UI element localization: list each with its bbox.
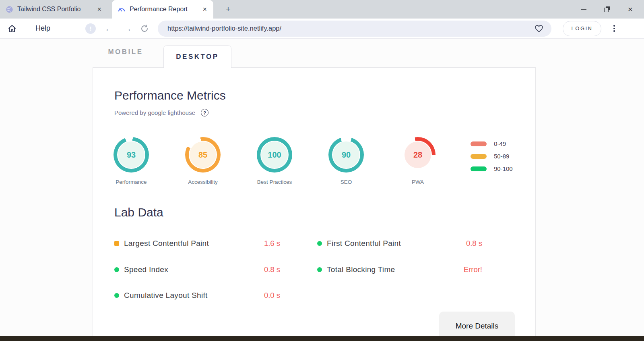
metrics-section-title: Performance Metrics [114,89,226,102]
gauge-value: 100 [268,150,281,160]
forward-button[interactable]: → [122,23,133,34]
lab-metric-row: Total Blocking TimeError! [317,257,482,283]
gauge-ring: 28 [400,137,436,173]
close-icon[interactable]: × [202,5,208,14]
gauge-icon [118,6,126,13]
help-menu[interactable]: Help [35,24,50,33]
page-content: MOBILE DESKTOP Performance Metrics Power… [0,39,644,341]
lab-metric-label: Total Blocking Time [327,265,464,274]
gauge-label: Performance [116,179,147,185]
gauge-value: 85 [198,150,207,160]
screen-bottom-strip [0,336,644,341]
gauge-seo: 90SEO [324,137,368,185]
legend-label: 90-100 [494,165,513,172]
legend-color-pill [471,166,487,171]
gauge-row: 93Performance85Accessibility100Best Prac… [109,137,440,185]
green-dot-bullet-icon [317,267,322,272]
orange-square-bullet-icon [114,241,119,246]
minimize-button[interactable] [580,5,588,13]
back-button[interactable]: ← [104,23,114,34]
green-dot-bullet-icon [114,267,119,272]
tab-mobile[interactable]: MOBILE [100,48,151,56]
tab-title: Tailwind CSS Portfolio [17,6,92,13]
legend-label: 50-89 [494,153,509,160]
lab-metric-value: Error! [464,265,482,274]
lab-data-grid: Largest Contentful Paint1.6 sSpeed Index… [114,231,482,309]
lab-data-section-title: Lab Data [114,206,163,219]
lab-metric-value: 0.8 s [264,265,280,274]
browser-tab-performance-report[interactable]: Performance Report × [112,0,213,19]
gauge-ring: 93 [114,137,149,173]
login-button[interactable]: LOGIN [563,21,601,36]
gauge-performance: 93Performance [109,137,153,185]
lab-metric-row: Cumulative Layout Shift0.0 s [114,283,280,309]
window-controls: × [580,0,644,19]
metrics-subtitle: Powered by google lighthouse [114,109,195,116]
gauge-ring: 90 [328,137,364,173]
green-dot-bullet-icon [317,241,322,246]
reload-button[interactable] [139,23,150,34]
lab-metric-label: Cumulative Layout Shift [124,291,264,300]
report-card: Performance Metrics Powered by google li… [93,67,536,341]
site-info-icon[interactable]: ! [85,23,96,34]
gauge-label: Accessibility [188,179,218,185]
legend-color-pill [471,154,487,159]
favorite-button[interactable] [534,23,544,34]
help-tooltip-icon[interactable]: ? [201,109,208,116]
browser-tab-portfolio[interactable]: Tailwind CSS Portfolio × [0,0,108,19]
legend-row: 90-100 [471,165,513,172]
address-bar[interactable]: https://tailwind-portfolio-site.netlify.… [158,21,551,37]
lab-metric-value: 0.8 s [466,239,482,248]
url-text[interactable]: https://tailwind-portfolio-site.netlify.… [167,25,534,32]
gauge-accessibility: 85Accessibility [181,137,225,185]
lab-metric-value: 1.6 s [264,239,280,248]
lab-metric-label: Largest Contentful Paint [124,239,264,248]
tab-desktop[interactable]: DESKTOP [163,45,231,68]
legend-row: 0-49 [471,140,513,147]
lab-metric-label: First Contentful Paint [327,239,466,248]
new-tab-button[interactable]: + [223,4,233,15]
reload-icon [140,24,149,33]
legend-label: 0-49 [494,140,506,147]
legend-row: 50-89 [471,153,513,160]
home-icon [7,24,17,33]
lab-metric-row: Largest Contentful Paint1.6 s [114,231,280,257]
lab-metric-value: 0.0 s [264,291,280,300]
gauge-value: 93 [127,150,136,160]
gauge-label: Best Practices [257,179,292,185]
toolbar-divider [73,22,73,35]
legend-color-pill [471,141,487,146]
close-window-button[interactable]: × [626,5,634,13]
heart-icon [534,24,544,33]
gauge-value: 28 [413,150,422,160]
gauge-value: 90 [342,150,351,160]
lab-metric-row: First Contentful Paint0.8 s [317,231,482,257]
green-dot-bullet-icon [114,293,119,298]
gauge-label: PWA [412,179,424,185]
maximize-restore-button[interactable] [603,5,611,13]
browser-menu-button[interactable] [610,25,618,32]
lab-metric-label: Speed Index [124,265,264,274]
restore-icon [604,6,610,12]
globe-icon [6,6,13,13]
browser-toolbar: Help ! ← → https://tailwind-portfolio-si… [0,19,644,39]
tab-title: Performance Report [130,6,198,13]
browser-tab-strip: Tailwind CSS Portfolio × Performance Rep… [0,0,644,19]
score-legend: 0-4950-8990-100 [471,140,513,172]
gauge-ring: 100 [257,137,292,173]
lab-metric-row: Speed Index0.8 s [114,257,280,283]
gauge-pwa: 28PWA [396,137,440,185]
close-icon[interactable]: × [96,5,102,14]
gauge-ring: 85 [185,137,221,173]
home-button[interactable] [6,23,18,34]
gauge-best-practices: 100Best Practices [252,137,297,185]
gauge-label: SEO [341,179,352,185]
